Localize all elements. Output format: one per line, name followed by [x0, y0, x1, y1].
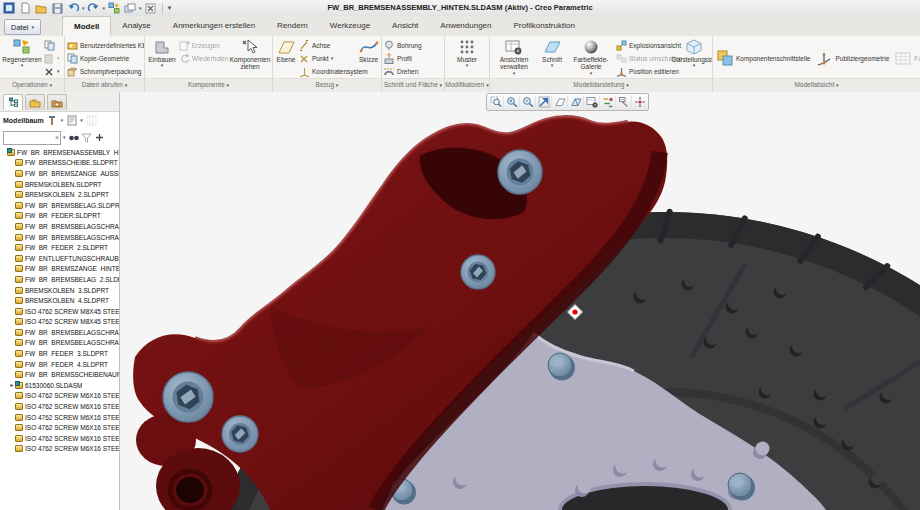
tree-display-icon[interactable] [66, 115, 77, 126]
tree-item[interactable]: BREMSKOLBEN_3.SLDPRT [0, 285, 119, 296]
tab-werkzeuge[interactable]: Werkzeuge [319, 16, 381, 36]
einbauen-button[interactable]: Einbauen ▾ [146, 37, 178, 79]
dropdown-arrow-icon[interactable]: ▾ [61, 118, 64, 123]
tree-item[interactable]: FW_BR_BREMSBELAG_2.SLDPRT [0, 274, 119, 285]
tree-item[interactable]: ISO 4762 SCREW M6X16 STEEL [0, 433, 119, 444]
wiederholen-button[interactable]: Wiederholen [178, 52, 230, 65]
group-label-schnitt-und-flaeche[interactable]: Schnitt und Fläche ▾ [382, 78, 444, 92]
copy-button[interactable] [43, 39, 63, 52]
tree-item[interactable]: ►61530060.SLDASM [0, 380, 119, 391]
caliper-bolt[interactable] [498, 150, 542, 194]
tree-settings-icon[interactable] [47, 115, 58, 126]
skizze-button[interactable]: Skizze [356, 37, 381, 79]
komponentenschnittstelle-button[interactable]: Komponentenschnittstelle [714, 50, 813, 66]
spin-center-icon[interactable] [632, 95, 647, 109]
expand-all-icon[interactable] [94, 132, 105, 143]
filter-icon[interactable] [81, 132, 92, 143]
ebene-button[interactable]: Ebene [274, 37, 298, 79]
regenerieren-button[interactable]: Regenerieren ▾ [1, 37, 43, 79]
group-label-modelldarstellung[interactable]: Modelldarstellung ▾ [490, 78, 712, 92]
delete-button[interactable]: ▾ [43, 65, 63, 78]
schnitt-button[interactable]: Schnitt ▾ [537, 37, 567, 79]
group-label-daten-abrufen[interactable]: Daten abrufen ▾ [65, 78, 144, 92]
zoom-region-icon[interactable] [488, 95, 504, 109]
drehen-button[interactable]: Drehen [383, 65, 443, 78]
farbeffekte-galerie-button[interactable]: Farbeffekte-Galerie ▾ [567, 37, 615, 79]
group-label-modellabsicht[interactable]: Modellabsicht ▾ [713, 78, 920, 92]
schrumpfverpackung-button[interactable]: Schrumpfverpackung [66, 65, 144, 78]
group-label-operationen[interactable]: Operationen ▾ [0, 78, 64, 92]
profil-button[interactable]: Profil [383, 52, 443, 65]
tree-item[interactable]: FW_BREMSSCHEIBE.SLDPRT [0, 158, 119, 169]
koordinatensystem-button[interactable]: Koordinatensystem [298, 65, 356, 78]
display-style-icon[interactable] [568, 95, 584, 109]
tree-item[interactable]: FW_BR_FEDER_2.SLDPRT [0, 242, 119, 253]
tree-item[interactable]: BREMSKOLBEN.SLDPRT [0, 179, 119, 190]
position-editieren-button[interactable]: Position editieren [615, 65, 675, 78]
familientabelle-button[interactable]: Familientabelle [892, 51, 920, 65]
achse-button[interactable]: Achse [298, 39, 356, 52]
3d-model-canvas[interactable] [120, 92, 920, 510]
zoom-out-icon[interactable] [520, 95, 536, 109]
tree-item[interactable]: FW_BR_BREMSZANGE_HINTEN.SLDPRT [0, 264, 119, 275]
caliper-bolt[interactable] [163, 372, 213, 422]
folder-browser-tab[interactable] [25, 94, 45, 110]
tree-item[interactable]: FW_BR_FEDER_3.SLDPRT [0, 348, 119, 359]
tree-item[interactable]: ISO 4762 SCREW M6X16 STEEL [0, 422, 119, 433]
tab-analyse[interactable]: Analyse [111, 16, 161, 36]
tab-modell[interactable]: Modell [62, 16, 111, 36]
tab-ansicht[interactable]: Ansicht [381, 16, 429, 36]
tree-item[interactable]: ISO 4762 SCREW M6X16 STEEL [0, 391, 119, 402]
komponenten-ziehen-button[interactable]: Komponenten ziehen [230, 37, 270, 79]
tree-search-input[interactable] [4, 132, 60, 144]
datum-display-filters-icon[interactable] [600, 95, 616, 109]
tree-item[interactable]: BREMSKOLBEN_4.SLDPRT [0, 295, 119, 306]
dropdown-arrow-icon[interactable]: ▾ [63, 135, 66, 140]
group-label-komponente[interactable]: Komponente ▾ [145, 78, 272, 92]
tree-item[interactable]: FW_BR_BREMSBELAGSCHRAUBE.SLDPRT [0, 338, 119, 349]
tree-item[interactable]: ISO 4762 SCREW M8X45 STEEL [0, 317, 119, 328]
tree-columns-icon[interactable] [86, 115, 97, 126]
status-umschalten-button[interactable]: Status umschalten [615, 52, 675, 65]
group-label-bezug[interactable]: Bezug ▾ [273, 78, 381, 92]
tree-item[interactable]: ISO 4762 SCREW M6X16 STEEL [0, 401, 119, 412]
repaint-icon[interactable] [552, 95, 568, 109]
tree-item[interactable]: FW_ENTLUEFTUNGSCHRAUBE_1.SLDPRT [0, 253, 119, 264]
explosionsansicht-button[interactable]: Explosionsansicht [615, 39, 675, 52]
tab-anwendungen[interactable]: Anwendungen [429, 16, 502, 36]
model-tree-tab[interactable] [3, 94, 23, 110]
tree-item[interactable]: FW_BR_BREMSBELAGSCHRAUBE.SLDPRT [0, 221, 119, 232]
find-icon[interactable] [68, 132, 79, 143]
refit-icon[interactable] [536, 95, 552, 109]
annotation-display-icon[interactable] [616, 95, 632, 109]
erzeugen-button[interactable]: Erzeugen [178, 39, 230, 52]
file-menu-button[interactable]: Datei▾ [4, 19, 41, 35]
tree-item[interactable]: FW_BR_BREMSZANGE_AUSSEN.SLDPRT [0, 168, 119, 179]
saved-views-icon[interactable] [584, 95, 600, 109]
clear-icon[interactable]: × [55, 132, 59, 143]
tree-item[interactable]: ISO 4762 SCREW M6X16 STEEL [0, 444, 119, 455]
tab-profilkonstruktion[interactable]: Profilkonstruktion [503, 16, 586, 36]
tree-item[interactable]: BREMSKOLBEN_2.SLDPRT [0, 189, 119, 200]
caliper-bolt[interactable] [222, 416, 258, 452]
tree-item[interactable]: FW_BR_BREMSENASSEMBLY_HINTEN.SLDASM [0, 147, 119, 158]
dropdown-arrow-icon[interactable]: ▾ [80, 118, 83, 123]
bohrung-button[interactable]: Bohrung [383, 39, 443, 52]
kopie-geometrie-button[interactable]: Kopie-Geometrie [66, 52, 144, 65]
tab-rendern[interactable]: Rendern [266, 16, 319, 36]
punkt-button[interactable]: Punkt▾ [298, 52, 356, 65]
group-label-modifikatoren[interactable]: Modifikatoren ▾ [445, 78, 489, 92]
ansichten-verwalten-button[interactable]: Ansichten verwalten ▾ [491, 37, 537, 79]
graphics-viewport[interactable] [120, 92, 920, 510]
tab-anmerkungen-erstellen[interactable]: Anmerkungen erstellen [162, 16, 266, 36]
benutzerdefiniertes-ke-button[interactable]: Benutzerdefiniertes KE [66, 39, 144, 52]
tree-item[interactable]: FW_BR_FEDER.SLDPRT [0, 211, 119, 222]
zoom-in-icon[interactable] [504, 95, 520, 109]
caliper-bolt[interactable] [461, 255, 495, 289]
tree-item[interactable]: FW_BR_BREMSBELAGSCHRAUBE.SLDPRT [0, 232, 119, 243]
tree-item[interactable]: FW_BR_BREMSBELAG.SLDPRT [0, 200, 119, 211]
tree-item[interactable]: FW_BR_BREMSBELAGSCHRAUBE.SLDPRT [0, 327, 119, 338]
tree-item[interactable]: FW_BR_BREMSSCHEIBENAUFNAHME.SLDPRT [0, 369, 119, 380]
tree-item[interactable]: ISO 4762 SCREW M6X16 STEEL [0, 412, 119, 423]
publiziergeometrie-button[interactable]: Publiziergeometrie [813, 50, 892, 66]
